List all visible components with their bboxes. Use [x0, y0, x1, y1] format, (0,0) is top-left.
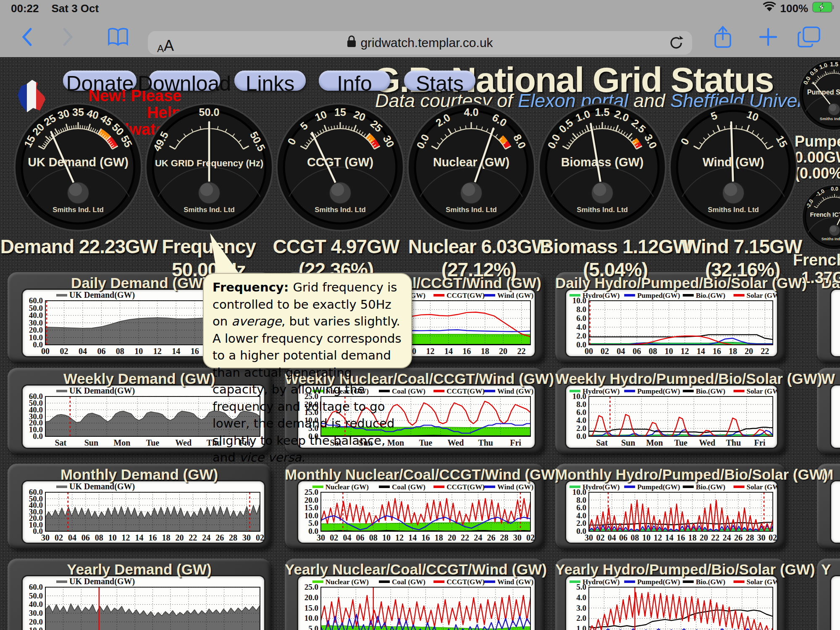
svg-text:12: 12 — [681, 346, 689, 356]
svg-text:20.0: 20.0 — [304, 496, 318, 504]
svg-text:16: 16 — [462, 346, 471, 356]
svg-text:6.0: 6.0 — [576, 314, 586, 323]
svg-text:Sat: Sat — [55, 438, 66, 447]
gauge-ccgt: 051015202530CCGT (GW)Smiths Ind. Ltd — [276, 103, 404, 231]
gauge-french-ict: -2.0-1.00.01.02.0French ICT (GW)Smiths I… — [801, 184, 840, 250]
chart-tile-monthly-demand: Monthly Demand (GW)0.010.020.030.040.050… — [8, 464, 271, 549]
svg-text:08: 08 — [648, 346, 657, 356]
chart-plot-yearly-renewables: 0.01.02.03.04.05.0Hydro(GW)Pumped(GW)Bio… — [566, 576, 777, 630]
tooltip-text: Frequency: Grid frequency is controlled … — [213, 279, 402, 466]
nav-links-label[interactable]: Links — [246, 71, 295, 96]
svg-text:08: 08 — [631, 533, 639, 542]
svg-text:8.0: 8.0 — [576, 400, 586, 409]
chart-title-weekly-renewables: Weekly Hydro/Pumped/Bio/Solar (GW) — [555, 370, 785, 387]
back-button[interactable] — [15, 17, 39, 57]
svg-text:10.0: 10.0 — [29, 626, 43, 630]
pumped-storage-reading: Pumped 0.00GW (0.00%) — [795, 134, 840, 181]
svg-text:02: 02 — [769, 533, 777, 542]
svg-text:02: 02 — [526, 533, 535, 542]
chart-title-daily-renewables: Daily Hydro/Pumped/Bio/Solar (GW) — [555, 275, 785, 291]
chart-tile-weekly-renewables: Weekly Hydro/Pumped/Bio/Solar (GW)0.02.0… — [555, 368, 785, 454]
chart-tile-daily-renewables: Daily Hydro/Pumped/Bio/Solar (GW)0.02.04… — [555, 272, 785, 362]
svg-text:30: 30 — [513, 533, 522, 542]
nav-info-label[interactable]: Info — [337, 71, 372, 96]
svg-text:02: 02 — [60, 346, 68, 356]
svg-text:22: 22 — [517, 346, 526, 356]
svg-text:UK Demand(GW): UK Demand(GW) — [69, 577, 135, 586]
status-bar: 00:22 Sat 3 Oct 100% — [0, 0, 840, 17]
svg-text:Bio.(GW): Bio.(GW) — [696, 483, 725, 491]
svg-text:20.0: 20.0 — [29, 617, 43, 626]
svg-text:50.0: 50.0 — [29, 591, 43, 600]
svg-text:40.0: 40.0 — [29, 600, 43, 609]
svg-text:30: 30 — [41, 533, 50, 542]
svg-text:12: 12 — [426, 346, 435, 356]
svg-text:Sun: Sun — [621, 438, 635, 447]
share-button[interactable] — [709, 17, 737, 57]
svg-text:30: 30 — [317, 533, 325, 542]
svg-text:Bio.(GW): Bio.(GW) — [696, 578, 725, 586]
svg-text:Tue: Tue — [674, 438, 688, 447]
chart-plot-weekly-renewables: 0.02.04.06.08.010.0SatSunMonTueWedThuFri… — [566, 386, 777, 448]
svg-text:02: 02 — [330, 533, 338, 542]
svg-text:16: 16 — [422, 533, 430, 542]
bookmarks-icon[interactable] — [103, 17, 133, 57]
svg-text:10: 10 — [108, 533, 117, 542]
chart-tile-yearly-demand: Yearly Demand (GW)0.010.020.030.040.050.… — [8, 559, 271, 630]
svg-text:20: 20 — [700, 533, 708, 542]
nav-stats-label[interactable]: Stats — [416, 71, 464, 96]
svg-text:Nuclear (GW): Nuclear (GW) — [326, 483, 369, 491]
chart-tile-yearly-renewables: Yearly Hydro/Pumped/Bio/Solar (GW)0.01.0… — [555, 559, 785, 630]
svg-text:Fri: Fri — [754, 438, 766, 447]
wifi-icon — [763, 2, 776, 16]
svg-text:18: 18 — [481, 346, 489, 356]
address-bar[interactable]: AA gridwatch.templar.co.uk — [148, 31, 692, 55]
svg-text:04: 04 — [79, 346, 87, 356]
svg-text:25.0: 25.0 — [304, 583, 318, 591]
svg-text:26: 26 — [487, 533, 495, 542]
reload-button[interactable] — [664, 31, 689, 55]
svg-text:20: 20 — [499, 346, 507, 356]
svg-text:Nuclear (GW): Nuclear (GW) — [326, 578, 369, 586]
nav-download-label[interactable]: Download — [138, 71, 231, 96]
svg-text:20.0: 20.0 — [304, 593, 318, 602]
tabs-button[interactable] — [794, 17, 824, 57]
forward-button[interactable] — [56, 17, 80, 57]
chart-title-stub-1: W — [821, 370, 835, 387]
nav-donate-label[interactable]: Donate — [66, 71, 134, 96]
svg-text:UK Demand(GW): UK Demand(GW) — [69, 290, 135, 300]
svg-text:02: 02 — [596, 533, 604, 542]
svg-text:Smiths Ind. Ltd: Smiths Ind. Ltd — [822, 237, 840, 241]
svg-text:18: 18 — [729, 346, 737, 356]
svg-text:08: 08 — [116, 346, 124, 356]
svg-text:06: 06 — [81, 533, 90, 542]
svg-text:14: 14 — [135, 533, 144, 542]
svg-text:16: 16 — [191, 346, 199, 356]
svg-text:Wed: Wed — [699, 438, 715, 447]
svg-text:Smiths Ind. Ltd: Smiths Ind. Ltd — [577, 206, 628, 214]
chart-title-stub-3: Y — [821, 561, 831, 578]
svg-text:30.0: 30.0 — [29, 609, 43, 617]
svg-text:Nuclear (GW): Nuclear (GW) — [433, 155, 509, 169]
new-tab-button[interactable] — [754, 17, 782, 57]
chart-title-yearly-generation: Yearly Nuclear/Coal/CCGT/Wind (GW) — [285, 561, 544, 578]
chart-title-yearly-demand: Yearly Demand (GW) — [8, 561, 271, 578]
svg-text:15.0: 15.0 — [304, 503, 318, 512]
svg-text:Wed: Wed — [175, 438, 192, 447]
svg-text:Coal (GW): Coal (GW) — [392, 483, 425, 491]
gauge-pumped-storage: 0.00.51.01.52.02.53.0Pumped StorageSmith… — [798, 59, 840, 131]
chart-title-yearly-renewables: Yearly Hydro/Pumped/Bio/Solar (GW) — [555, 561, 785, 578]
svg-text:Pumped(GW): Pumped(GW) — [637, 483, 680, 491]
svg-text:CCGT(GW): CCGT(GW) — [446, 387, 485, 395]
svg-text:UK Demand (GW): UK Demand (GW) — [28, 155, 129, 169]
svg-text:2.0: 2.0 — [576, 331, 586, 340]
svg-text:Smiths Ind. Ltd: Smiths Ind. Ltd — [52, 206, 104, 214]
svg-text:2.0: 2.0 — [576, 519, 586, 528]
svg-text:20: 20 — [175, 533, 184, 542]
gauge-biomass: 0.00.51.01.52.02.53.0Biomass (GW)Smiths … — [538, 103, 667, 231]
svg-text:Bio.(GW): Bio.(GW) — [696, 387, 725, 395]
svg-text:Wind (GW): Wind (GW) — [497, 387, 533, 395]
svg-text:Smiths Ind. Ltd: Smiths Ind. Ltd — [446, 206, 497, 214]
battery-icon — [812, 2, 834, 16]
svg-text:60.0: 60.0 — [29, 583, 43, 591]
